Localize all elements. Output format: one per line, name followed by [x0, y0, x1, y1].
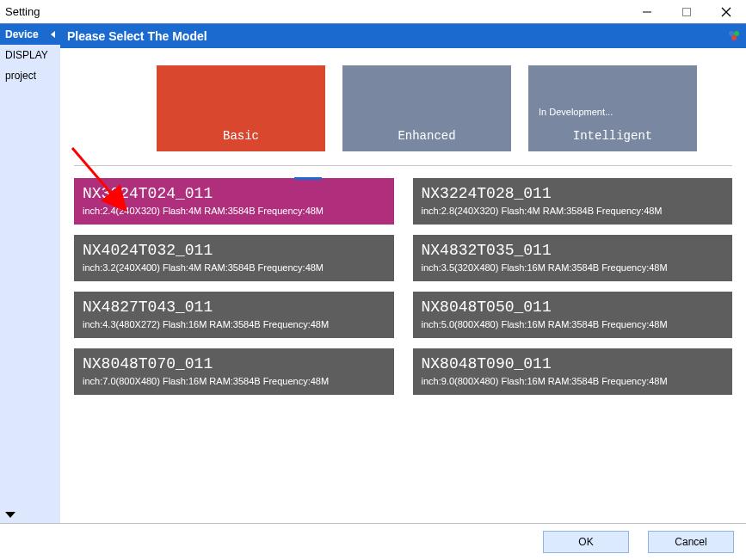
model-grid: NX3224T024_011 inch:2.4(240X320) Flash:4… — [60, 166, 746, 395]
sidebar-item-display[interactable]: DISPLAY — [0, 45, 60, 65]
content-panel: Please Select The Model Basic Enhanced I… — [60, 24, 746, 523]
model-item[interactable]: NX4827T043_011 inch:4.3(480X272) Flash:1… — [74, 292, 394, 338]
model-spec: inch:7.0(800X480) Flash:16M RAM:3584B Fr… — [83, 376, 385, 386]
sidebar-item-project[interactable]: project — [0, 65, 60, 86]
active-tab-indicator — [294, 177, 322, 180]
window-titlebar: Setting — [0, 0, 746, 24]
sidebar-item-label: Device — [5, 28, 39, 40]
model-spec: inch:3.5(320X480) Flash:16M RAM:3584B Fr… — [422, 262, 724, 273]
minimize-icon — [642, 7, 652, 17]
window-maximize-button[interactable] — [667, 0, 706, 24]
model-spec: inch:5.0(800X480) Flash:16M RAM:3584B Fr… — [422, 319, 724, 329]
model-item[interactable]: NX8048T070_011 inch:7.0(800X480) Flash:1… — [74, 348, 394, 395]
model-item[interactable]: NX4832T035_011 inch:3.5(320X480) Flash:1… — [413, 235, 733, 281]
model-spec: inch:4.3(480X272) Flash:16M RAM:3584B Fr… — [83, 319, 385, 329]
close-icon — [721, 7, 731, 17]
model-name: NX4832T035_011 — [422, 242, 724, 259]
window-title: Setting — [5, 5, 40, 18]
svg-point-5 — [734, 31, 739, 36]
logo-icon — [727, 28, 741, 42]
svg-point-6 — [731, 35, 737, 40]
sidebar-item-device[interactable]: Device — [0, 24, 60, 45]
main-area: Device DISPLAY project Please Select The… — [0, 24, 746, 524]
model-name: NX3224T028_011 — [422, 185, 724, 202]
model-name: NX8048T070_011 — [83, 355, 385, 372]
tab-basic[interactable]: Basic — [157, 65, 325, 151]
model-spec: inch:9.0(800X480) Flash:16M RAM:3584B Fr… — [422, 376, 724, 386]
svg-point-4 — [729, 31, 734, 36]
maximize-icon — [681, 7, 692, 17]
category-tabs: Basic Enhanced In Development... Intelli… — [60, 48, 746, 151]
window-close-button[interactable] — [706, 0, 746, 24]
page-title: Please Select The Model — [67, 29, 207, 43]
model-name: NX8048T090_011 — [422, 355, 724, 372]
tab-label: Intelligent — [573, 129, 652, 143]
content-header: Please Select The Model — [60, 24, 746, 48]
model-name: NX4827T043_011 — [83, 298, 385, 316]
model-name: NX8048T050_011 — [422, 298, 724, 316]
tab-label: Enhanced — [398, 129, 455, 143]
sidebar-item-label: DISPLAY — [5, 49, 48, 61]
model-item[interactable]: NX8048T090_011 inch:9.0(800X480) Flash:1… — [413, 348, 733, 395]
sidebar: Device DISPLAY project — [0, 24, 60, 523]
tab-label: Basic — [223, 129, 259, 143]
cancel-button[interactable]: Cancel — [648, 531, 734, 553]
model-item[interactable]: NX3224T024_011 inch:2.4(240X320) Flash:4… — [74, 178, 394, 225]
model-item[interactable]: NX3224T028_011 inch:2.8(240X320) Flash:4… — [413, 178, 733, 225]
model-name: NX4024T032_011 — [83, 242, 385, 259]
window-minimize-button[interactable] — [627, 0, 667, 24]
model-name: NX3224T024_011 — [83, 185, 385, 202]
svg-rect-1 — [683, 8, 691, 15]
model-item[interactable]: NX8048T050_011 inch:5.0(800X480) Flash:1… — [413, 292, 733, 338]
tab-intelligent[interactable]: In Development... Intelligent — [528, 65, 697, 151]
model-item[interactable]: NX4024T032_011 inch:3.2(240X400) Flash:4… — [74, 235, 394, 281]
model-spec: inch:2.4(240X320) Flash:4M RAM:3584B Fre… — [83, 206, 385, 216]
tab-note: In Development... — [539, 107, 613, 117]
sidebar-item-label: project — [5, 70, 36, 82]
model-spec: inch:3.2(240X400) Flash:4M RAM:3584B Fre… — [83, 262, 385, 273]
chevron-down-icon[interactable] — [5, 512, 15, 518]
ok-button[interactable]: OK — [543, 531, 629, 553]
tab-enhanced[interactable]: Enhanced — [342, 65, 511, 151]
dialog-footer: OK Cancel — [0, 524, 746, 560]
model-spec: inch:2.8(240X320) Flash:4M RAM:3584B Fre… — [422, 206, 724, 216]
